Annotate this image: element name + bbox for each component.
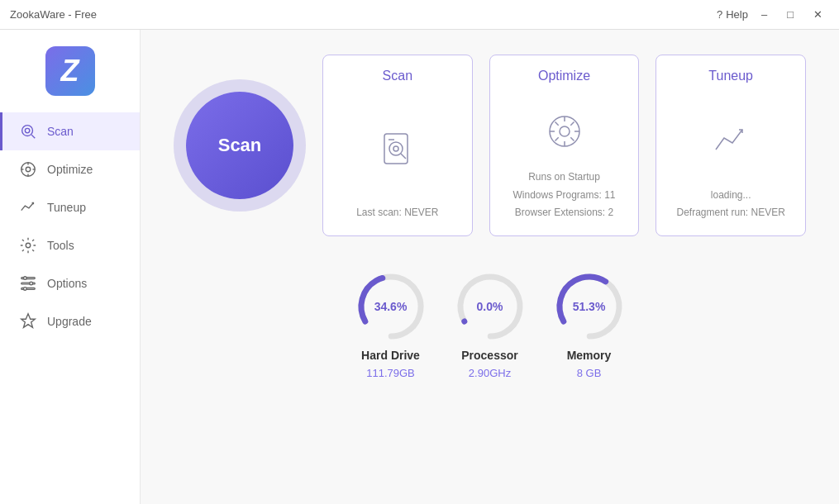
scan-card-icon [377, 128, 418, 169]
svg-point-2 [25, 128, 29, 133]
memory-percent: 51.3% [573, 300, 606, 313]
sidebar: Z Scan [0, 30, 141, 504]
sidebar-optimize-label: Optimize [47, 163, 93, 176]
sidebar-options-label: Options [47, 277, 87, 290]
svg-point-9 [26, 243, 31, 248]
scan-card-info: Last scan: NEVER [356, 204, 438, 222]
svg-point-17 [389, 142, 403, 155]
optimize-card-icon-area [544, 93, 585, 169]
stat-hard-drive: 34.6% Hard Drive 111.79GB [354, 269, 428, 379]
main-container: Z Scan [0, 30, 839, 504]
sidebar-item-tuneup[interactable]: Tuneup [0, 188, 140, 226]
hard-drive-title: Hard Drive [361, 349, 420, 362]
stats-row: 34.6% Hard Drive 111.79GB 0.0% Pro [174, 269, 806, 379]
sidebar-item-options[interactable]: Options [0, 264, 140, 302]
help-icon: ? [717, 8, 722, 21]
scan-button[interactable]: Scan [186, 92, 293, 199]
hard-drive-percent: 34.6% [374, 300, 408, 313]
scan-card-icon-area [377, 93, 418, 204]
options-nav-icon [19, 274, 37, 292]
svg-point-4 [26, 167, 31, 172]
optimize-nav-icon [19, 160, 37, 178]
logo-area: Z [0, 38, 140, 112]
stat-memory: 51.3% Memory 8 GB [552, 269, 627, 379]
optimize-card-icon [544, 111, 585, 152]
scan-circle-container: Scan [174, 79, 306, 212]
scan-nav-icon [19, 122, 37, 140]
app-title: ZookaWare - Free [10, 8, 97, 21]
tools-nav-icon [19, 236, 37, 254]
memory-gauge: 51.3% [552, 269, 627, 344]
scan-card-title: Scan [383, 69, 412, 83]
svg-line-18 [401, 154, 406, 159]
tuneup-card-icon [710, 119, 751, 160]
sidebar-tuneup-label: Tuneup [47, 201, 86, 214]
help-label: Help [726, 8, 748, 21]
tuneup-feature-card[interactable]: Tuneup loading... Defragment run: NEVER [655, 55, 806, 236]
svg-point-22 [560, 126, 570, 136]
processor-percent: 0.0% [477, 300, 503, 313]
tuneup-nav-icon [19, 198, 37, 216]
processor-title: Processor [461, 349, 517, 362]
cards-row: Scan Scan [174, 55, 806, 236]
svg-point-20 [393, 146, 398, 151]
tuneup-card-icon-area [710, 93, 751, 187]
maximize-button[interactable]: □ [780, 5, 800, 24]
upgrade-nav-icon [19, 312, 37, 330]
sidebar-scan-label: Scan [47, 125, 74, 138]
processor-sub: 2.90GHz [469, 367, 511, 379]
svg-rect-16 [384, 134, 408, 164]
tuneup-card-title: Tuneup [708, 69, 753, 83]
minimize-button[interactable]: – [755, 5, 774, 24]
svg-point-0 [22, 126, 33, 136]
stat-processor: 0.0% Processor 2.90GHz [453, 269, 527, 379]
optimize-card-title: Optimize [538, 69, 590, 83]
tuneup-card-info: loading... Defragment run: NEVER [676, 187, 784, 222]
sidebar-item-tools[interactable]: Tools [0, 226, 140, 264]
content-area: Scan Scan [141, 30, 839, 504]
hard-drive-gauge: 34.6% [354, 269, 428, 344]
svg-point-13 [24, 277, 27, 280]
title-bar: ZookaWare - Free ? Help – □ ✕ [0, 0, 839, 30]
sidebar-tools-label: Tools [47, 239, 74, 252]
optimize-feature-card[interactable]: Optimize Runs on Startup Windows Program… [489, 55, 640, 236]
help-button[interactable]: ? Help [717, 8, 748, 21]
sidebar-item-optimize[interactable]: Optimize [0, 150, 140, 188]
hard-drive-sub: 111.79GB [366, 367, 415, 379]
svg-point-14 [30, 282, 33, 285]
optimize-card-info: Runs on Startup Windows Programs: 11 Bro… [512, 169, 615, 222]
scan-feature-card[interactable]: Scan Last scan: NEVER [322, 55, 473, 236]
sidebar-item-upgrade[interactable]: Upgrade [0, 302, 140, 340]
window-controls: ? Help – □ ✕ [717, 5, 829, 24]
processor-gauge: 0.0% [453, 269, 527, 344]
sidebar-item-scan[interactable]: Scan [0, 112, 140, 150]
svg-line-1 [31, 135, 35, 138]
app-logo: Z [45, 46, 95, 96]
close-button[interactable]: ✕ [807, 5, 829, 24]
sidebar-upgrade-label: Upgrade [47, 315, 92, 328]
memory-sub: 8 GB [577, 367, 602, 379]
svg-point-15 [24, 288, 27, 291]
